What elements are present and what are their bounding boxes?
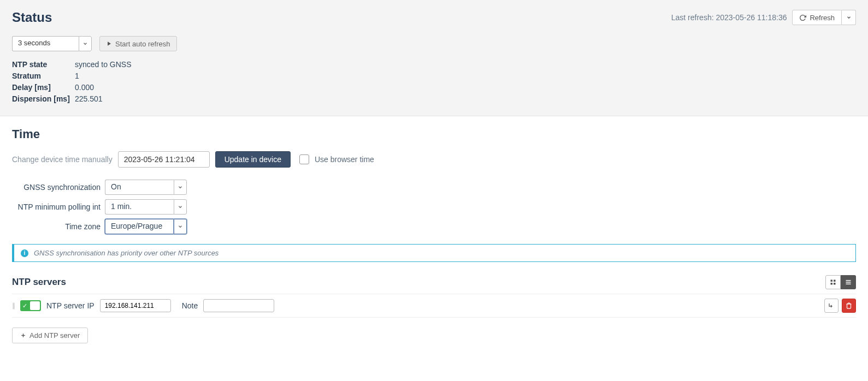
info-icon: i	[21, 249, 28, 257]
gnss-sync-select[interactable]: On	[105, 180, 187, 195]
kv-val-ntp-state: synced to GNSS	[75, 59, 132, 70]
time-panel: Time Change device time manually Update …	[0, 116, 868, 354]
ntp-note-label: Note	[182, 301, 198, 310]
svg-rect-2	[834, 280, 836, 282]
ntp-note-input[interactable]	[203, 299, 274, 312]
ntp-servers-title: NTP servers	[12, 277, 66, 288]
refresh-icon	[799, 14, 806, 21]
svg-rect-5	[846, 280, 851, 281]
add-ntp-label: Add NTP server	[29, 331, 80, 340]
svg-rect-1	[831, 280, 833, 282]
ntp-config-button[interactable]	[824, 299, 839, 313]
timezone-select[interactable]: Europe/Prague	[105, 219, 187, 234]
manual-time-label: Change device time manually	[12, 155, 113, 164]
gnss-sync-value: On	[105, 180, 174, 195]
time-title: Time	[12, 127, 856, 141]
refresh-dropdown-caret[interactable]	[842, 10, 856, 25]
kv-val-stratum: 1	[75, 70, 79, 82]
info-banner: i GNSS synchronisation has priority over…	[12, 244, 856, 262]
chevron-down-icon	[82, 41, 88, 46]
list-icon	[845, 279, 852, 285]
svg-rect-3	[831, 283, 833, 285]
refresh-interval-caret[interactable]	[79, 36, 92, 51]
min-poll-label: NTP minimum polling int	[12, 203, 105, 211]
svg-marker-0	[108, 41, 111, 46]
status-kv-table: NTP state synced to GNSS Stratum 1 Delay…	[12, 59, 856, 105]
view-grid-button[interactable]	[825, 275, 841, 289]
refresh-button[interactable]: Refresh	[792, 10, 842, 25]
kv-key-stratum: Stratum	[12, 70, 75, 82]
ntp-server-row: ∥ ✓ NTP server IP Note	[12, 294, 856, 318]
timezone-value: Europe/Prague	[105, 219, 174, 234]
chevron-down-icon	[846, 15, 852, 20]
play-icon	[107, 41, 112, 46]
trash-icon	[846, 302, 852, 309]
plus-icon	[20, 332, 26, 338]
svg-rect-6	[846, 282, 851, 283]
kv-key-delay: Delay [ms]	[12, 82, 75, 93]
chevron-down-icon	[178, 184, 183, 190]
view-list-button[interactable]	[841, 275, 856, 289]
refresh-interval-value: 3 seconds	[12, 36, 79, 51]
status-panel: Status Last refresh: 2023-05-26 11:18:36…	[0, 0, 868, 116]
view-toggle	[825, 275, 856, 289]
gnss-sync-label: GNSS synchronization	[12, 183, 105, 192]
ntp-ip-input[interactable]	[100, 299, 171, 312]
start-auto-refresh-button[interactable]: Start auto refresh	[99, 36, 177, 51]
refresh-label: Refresh	[810, 14, 835, 22]
check-icon: ✓	[22, 302, 27, 309]
min-poll-caret[interactable]	[174, 199, 187, 215]
ntp-delete-button[interactable]	[842, 299, 856, 313]
timezone-label: Time zone	[12, 222, 105, 231]
kv-val-delay: 0.000	[75, 82, 94, 93]
use-browser-time-label: Use browser time	[315, 155, 374, 164]
ntp-enable-toggle[interactable]: ✓	[20, 300, 41, 311]
last-refresh-text: Last refresh: 2023-05-26 11:18:36	[671, 13, 787, 22]
kv-key-ntp-state: NTP state	[12, 59, 75, 70]
min-poll-select[interactable]: 1 min.	[105, 199, 187, 215]
ntp-ip-label: NTP server IP	[46, 301, 95, 310]
svg-rect-7	[846, 284, 851, 285]
timezone-caret[interactable]	[174, 219, 187, 234]
gnss-sync-caret[interactable]	[174, 180, 187, 195]
kv-val-dispersion: 225.501	[75, 93, 103, 105]
chevron-down-icon	[178, 204, 183, 210]
use-browser-time-checkbox[interactable]	[299, 154, 309, 164]
grid-icon	[830, 279, 836, 285]
min-poll-value: 1 min.	[105, 199, 174, 215]
toggle-knob	[30, 301, 40, 310]
chevron-down-icon	[178, 224, 183, 229]
update-in-device-button[interactable]: Update in device	[215, 151, 291, 168]
kv-key-dispersion: Dispersion [ms]	[12, 93, 75, 105]
drag-handle-icon[interactable]: ∥	[12, 302, 15, 309]
info-text: GNSS synchronisation has priority over o…	[34, 249, 219, 257]
manual-time-input[interactable]	[118, 151, 210, 168]
add-ntp-server-button[interactable]: Add NTP server	[12, 328, 88, 343]
refresh-interval-select[interactable]: 3 seconds	[12, 36, 92, 51]
start-auto-refresh-label: Start auto refresh	[115, 40, 170, 48]
refresh-button-group: Refresh	[792, 10, 856, 25]
svg-rect-4	[834, 283, 836, 285]
status-title: Status	[12, 10, 52, 25]
arrow-icon	[828, 302, 835, 309]
